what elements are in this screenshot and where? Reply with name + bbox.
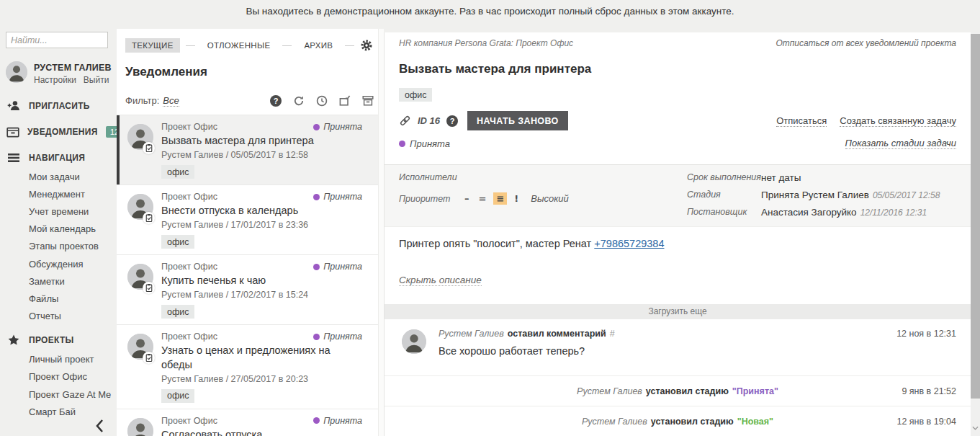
executors-label: Исполнители <box>399 172 687 182</box>
collapse-sidebar-icon[interactable] <box>95 419 108 433</box>
task-check-badge-icon <box>143 142 155 154</box>
phone-link[interactable]: +79865729384 <box>594 238 664 249</box>
load-more-bar[interactable]: Загрузить еще <box>385 304 971 319</box>
event-stage: "Новая" <box>737 417 773 427</box>
help-icon[interactable] <box>270 95 282 107</box>
notification-project: Проект Офис <box>161 262 217 272</box>
stage-event: Рустем Галиев установил стадию "Новая" 1… <box>385 406 971 436</box>
notification-title[interactable]: Купить печенья к чаю <box>161 274 357 288</box>
sidebar-section-navigation[interactable]: НАВИГАЦИЯ <box>6 153 111 163</box>
sidebar-item-personal-project[interactable]: Личный проект <box>0 351 117 368</box>
sidebar-item-my-calendar[interactable]: Мой календарь <box>0 221 117 238</box>
create-linked-task-link[interactable]: Создать связанную задачу <box>840 115 956 127</box>
priority-urgent-icon[interactable]: ! <box>512 192 521 205</box>
restart-button[interactable]: НАЧАТЬ ЗАНОВО <box>467 111 568 130</box>
edit-box-icon[interactable] <box>338 94 351 107</box>
tab-postponed[interactable]: ОТЛОЖЕННЫЕ <box>201 38 277 53</box>
scrollbar-thumb[interactable] <box>971 34 980 399</box>
notification-tag[interactable]: офис <box>161 165 194 179</box>
chevron-down-icon[interactable] <box>972 420 979 433</box>
task-check-badge-icon <box>143 282 155 294</box>
sidebar-item-invite[interactable]: ПРИГЛАСИТЬ <box>6 100 111 111</box>
sidebar-item-management[interactable]: Менеджмент <box>0 185 117 203</box>
sidebar-section-projects[interactable]: ПРОЕКТЫ <box>6 334 111 346</box>
breadcrumb[interactable]: HR компания Persona Grata: Проект Офис <box>399 38 573 48</box>
logout-link[interactable]: Выйти <box>84 75 109 85</box>
task-title: Вызвать мастера для принтера <box>399 62 956 76</box>
task-description: Принтер опять "полосит", мастер Ренат +7… <box>385 227 971 249</box>
hide-description-link[interactable]: Скрыть описание <box>399 275 482 286</box>
sidebar-item-reports[interactable]: Отчеты <box>0 308 117 325</box>
sidebar-item-project-gaze-at-me[interactable]: Проект Gaze At Me <box>0 386 117 403</box>
status-dot-icon <box>313 194 320 200</box>
priority-normal-icon[interactable]: = <box>477 192 489 205</box>
stage-date: 05/05/2017 12:58 <box>873 190 940 200</box>
user-name[interactable]: РУСТЕМ ГАЛИЕВ <box>34 63 112 73</box>
notifications-panel: ТЕКУЩИЕ ОТЛОЖЕННЫЕ АРХИВ Уведомления Фил… <box>117 29 384 436</box>
sidebar-item-time-tracking[interactable]: Учет времени <box>0 203 117 220</box>
unsubscribe-link[interactable]: Отписаться <box>776 115 827 127</box>
notification-item[interactable]: Проект Офис Принята Вызвать мастера для … <box>117 115 384 184</box>
notification-item[interactable]: Проект Офис Принята Купить печенья к чаю… <box>117 254 384 324</box>
stage-label: Стадия <box>687 190 761 200</box>
sidebar-item-notifications[interactable]: УВЕДОМЛЕНИЯ 12 <box>6 126 111 138</box>
notification-title[interactable]: Узнать о ценах и предложениях на обеды <box>161 344 357 371</box>
status-dot-icon <box>313 417 320 424</box>
comment: Рустем Галиев оставил комментарий # 12 н… <box>385 319 971 375</box>
sidebar-item-my-tasks[interactable]: Мои задачи <box>0 168 117 185</box>
search-input[interactable] <box>6 32 108 48</box>
filter-value[interactable]: Все <box>163 95 179 107</box>
sidebar-section-navigation-label: НАВИГАЦИЯ <box>29 153 85 163</box>
show-stages-link[interactable]: Показать стадии задачи <box>845 138 956 149</box>
comment-permalink[interactable]: # <box>610 329 615 339</box>
notification-title[interactable]: Согласовать отпуска <box>161 428 357 436</box>
notification-item[interactable]: Проект Офис Принята Внести отпуска в кал… <box>117 184 384 254</box>
priority-selector: – = ≡ ! <box>462 192 521 205</box>
list-scrollbar[interactable] <box>378 29 384 436</box>
notification-tag[interactable]: офис <box>161 305 194 319</box>
main-scrollbar[interactable] <box>971 32 980 436</box>
notification-meta: Рустем Галиев / 17/02/2017 в 15:24 <box>161 290 375 300</box>
notification-meta: Рустем Галиев / 17/01/2017 в 23:36 <box>161 220 375 230</box>
event-action: установил стадию <box>646 386 729 396</box>
gear-icon[interactable] <box>360 40 372 52</box>
help-icon[interactable] <box>446 115 458 127</box>
avatar[interactable] <box>6 61 27 83</box>
notification-status: Принята <box>313 332 375 342</box>
comment-action: оставил комментарий <box>508 329 606 339</box>
notification-tag[interactable]: офис <box>161 235 194 249</box>
notification-item[interactable]: Проект Офис Принята Узнать о ценах и пре… <box>117 324 384 408</box>
priority-lowest-icon[interactable]: – <box>462 192 472 205</box>
sidebar-item-project-stages[interactable]: Этапы проектов <box>0 238 117 255</box>
clock-icon[interactable] <box>315 94 328 107</box>
task-id: ID 16 <box>418 115 440 126</box>
author-value: Анастасия Загоруйко12/11/2016 12:31 <box>761 207 956 218</box>
sidebar-item-notes[interactable]: Заметки <box>0 272 117 290</box>
tab-current[interactable]: ТЕКУЩИЕ <box>125 38 180 53</box>
sidebar-item-files[interactable]: Файлы <box>0 290 117 307</box>
archive-icon[interactable] <box>361 94 374 107</box>
notification-title[interactable]: Внести отпуска в календарь <box>161 204 357 218</box>
avatar <box>402 329 426 354</box>
sidebar-item-notifications-label: УВЕДОМЛЕНИЯ <box>27 127 98 137</box>
link-icon[interactable] <box>399 115 411 127</box>
notification-tag[interactable]: офис <box>161 389 194 403</box>
tab-archive[interactable]: АРХИВ <box>297 38 339 53</box>
sidebar: РУСТЕМ ГАЛИЕВ Настройки Выйти ПРИГЛАСИТЬ… <box>0 23 117 436</box>
comment-author[interactable]: Рустем Галиев <box>439 329 504 339</box>
task-tag[interactable]: офис <box>399 88 432 102</box>
refresh-icon[interactable] <box>292 94 305 107</box>
settings-link[interactable]: Настройки <box>34 75 76 85</box>
notification-item[interactable]: Проект Офис Принята Согласовать отпуска <box>117 409 384 436</box>
person-add-icon <box>6 100 21 111</box>
priority-high-icon[interactable]: ≡ <box>493 192 507 205</box>
notification-project: Проект Офис <box>161 332 217 342</box>
sidebar-item-smart-buy[interactable]: Смарт Бай <box>0 403 117 420</box>
filter-label: Фильтр: <box>125 95 159 106</box>
sidebar-item-project-office[interactable]: Проект Офис <box>0 368 117 386</box>
unsubscribe-all-link[interactable]: Отписаться от всех уведомлений проекта <box>776 38 956 48</box>
sidebar-item-discussions[interactable]: Обсуждения <box>0 255 117 272</box>
notification-status: Принята <box>313 416 375 426</box>
star-icon <box>6 334 21 346</box>
notification-title[interactable]: Вызвать мастера для принтера <box>161 134 357 148</box>
